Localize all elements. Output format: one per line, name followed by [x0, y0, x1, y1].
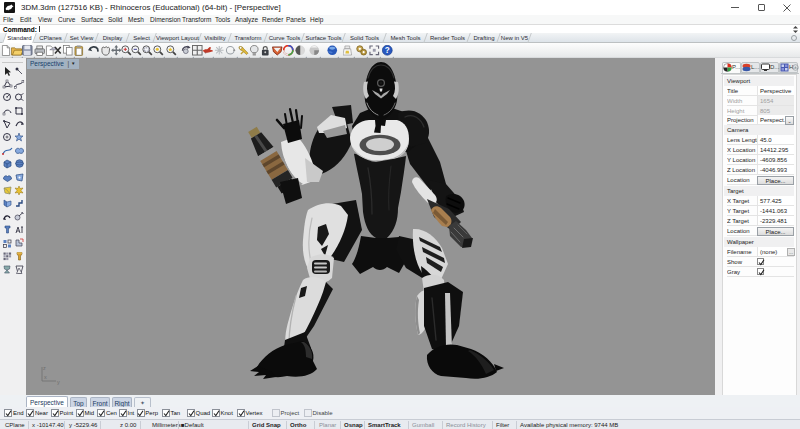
svg-text:z: z	[43, 365, 46, 371]
svg-text:x: x	[44, 374, 47, 380]
svg-text:y: y	[57, 379, 60, 385]
svg-text:?: ?	[384, 46, 389, 55]
